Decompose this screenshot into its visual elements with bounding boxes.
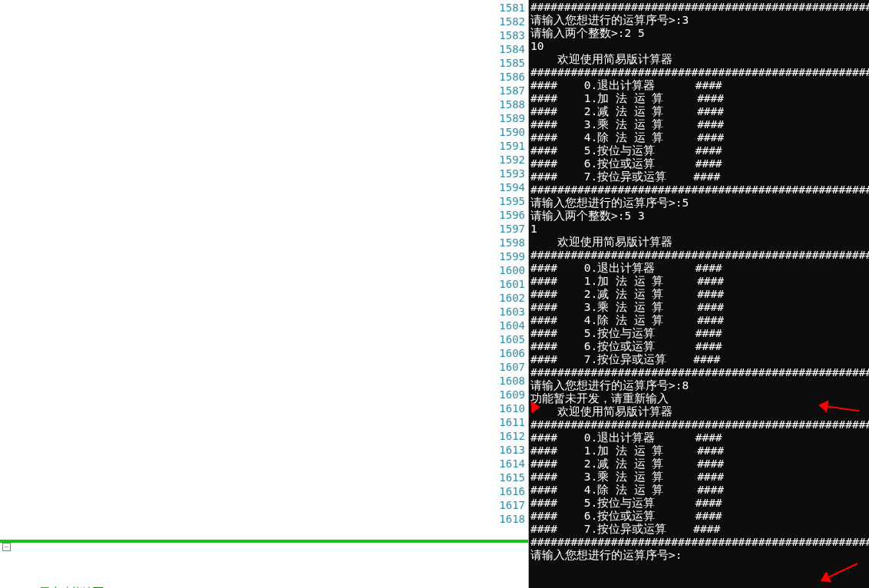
app-root: 1581158215831584158515861587158815891590… bbox=[0, 0, 869, 588]
annotation-arrow-right-1 bbox=[818, 402, 865, 415]
annotation-arrow-right-2 bbox=[819, 559, 864, 584]
terminal-text: ########################################… bbox=[530, 1, 869, 561]
terminal-output[interactable]: ########################################… bbox=[529, 0, 869, 588]
line-number-gutter: 1581158215831584158515861587158815891590… bbox=[0, 0, 528, 526]
fold-gutter[interactable]: −−−−− bbox=[0, 526, 528, 540]
code-area[interactable]: //用户功能编写 int main() { int input = 0; int… bbox=[0, 543, 528, 588]
code-text: //用户功能编写 int main() { int input = 0; int… bbox=[0, 585, 528, 588]
code-editor[interactable]: 1581158215831584158515861587158815891590… bbox=[0, 0, 529, 588]
